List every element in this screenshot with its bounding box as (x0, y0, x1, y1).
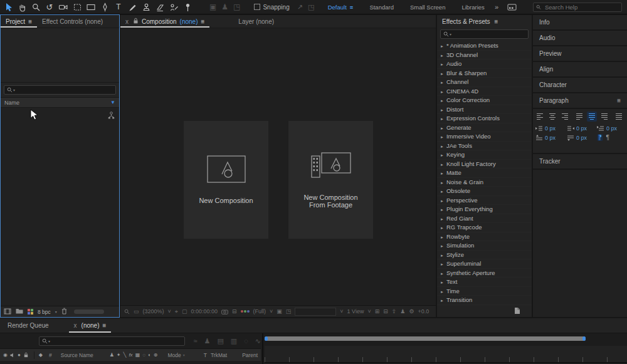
project-item-list[interactable] (1, 108, 119, 306)
effect-category-row[interactable]: Generate (437, 123, 532, 133)
space-before-value[interactable]: 0 px (545, 135, 556, 141)
disclosure-triangle-icon[interactable] (440, 205, 444, 212)
effect-category-row[interactable]: Distort (437, 105, 532, 115)
disclosure-triangle-icon[interactable] (440, 60, 444, 67)
disclosure-triangle-icon[interactable] (440, 224, 444, 231)
disclosure-triangle-icon[interactable] (440, 78, 444, 85)
effects-panel-menu-icon[interactable] (495, 18, 498, 25)
exposure-value[interactable]: +0.0 (418, 308, 429, 315)
new-composition-from-footage-button[interactable]: New Composition From Footage (288, 121, 373, 239)
delete-trash-icon[interactable] (61, 308, 67, 316)
disclosure-triangle-icon[interactable] (440, 70, 444, 76)
workspace-switcher-icon[interactable] (507, 4, 517, 11)
project-flowchart-icon[interactable] (108, 112, 115, 120)
disclosure-triangle-icon[interactable] (440, 233, 444, 240)
effect-category-row[interactable]: Color Correction (437, 96, 532, 105)
t-column[interactable]: T (204, 352, 207, 358)
effect-category-row[interactable]: Plugin Everything (437, 205, 532, 214)
lock-icon[interactable] (23, 352, 29, 358)
effect-category-row[interactable]: Knoll Light Factory (437, 160, 532, 169)
tab-project[interactable]: Project (1, 15, 37, 28)
timecode-display[interactable]: 0:00:00:00 (191, 308, 218, 315)
selection-tool-icon[interactable] (3, 1, 14, 13)
paragraph-panel-header[interactable]: Paragraph (533, 93, 627, 109)
show-snapshot-icon[interactable] (232, 308, 237, 315)
disclosure-triangle-icon[interactable] (440, 151, 444, 158)
pen-tool-icon[interactable] (99, 1, 110, 13)
project-search-box[interactable]: ▾ (4, 85, 116, 95)
tab-timeline-comp[interactable]: x (none) (69, 318, 112, 333)
tab-effect-controls[interactable]: Effect Controls (none) (37, 15, 108, 28)
disclosure-triangle-icon[interactable] (440, 197, 444, 204)
justify-last-center-button[interactable] (587, 112, 597, 122)
indent-right-field[interactable]: 0 px (567, 125, 597, 132)
disclosure-triangle-icon[interactable] (440, 242, 444, 249)
trkmat-column[interactable]: TrkMat (211, 352, 227, 358)
disclosure-triangle-icon[interactable] (440, 179, 444, 185)
export-frame-icon[interactable] (392, 308, 397, 315)
roto-brush-tool-icon[interactable] (168, 1, 179, 13)
disclosure-triangle-icon[interactable] (440, 296, 444, 303)
search-help-box[interactable] (533, 3, 622, 12)
disclosure-triangle-icon[interactable] (440, 260, 444, 267)
motion-blur-switch-icon[interactable] (142, 352, 145, 358)
rectangle-tool-icon[interactable] (85, 1, 97, 13)
effect-category-row[interactable]: Immersive Video (437, 132, 532, 142)
lock-icon[interactable] (133, 18, 139, 25)
snapping-toggle[interactable]: Snapping (254, 4, 289, 11)
workspace-overflow-icon[interactable] (495, 3, 498, 11)
tab-render-queue[interactable]: Render Queue (8, 322, 49, 329)
disclosure-triangle-icon[interactable] (440, 133, 444, 140)
bit-depth-label[interactable]: 8 bpc (38, 309, 51, 315)
source-name-column[interactable]: Source Name (61, 352, 93, 358)
mini-flowchart-icon[interactable] (400, 308, 405, 315)
sort-direction-icon[interactable] (110, 100, 115, 105)
hand-tool-icon[interactable] (16, 1, 28, 13)
effect-category-row[interactable]: JAe Tools (437, 142, 532, 151)
disclosure-triangle-icon[interactable] (440, 269, 444, 276)
3d-view-dropdown[interactable] (295, 308, 336, 316)
collapsed-panel-tab[interactable]: Audio (533, 31, 627, 46)
time-ruler[interactable] (265, 346, 627, 363)
effect-category-row[interactable]: Synthetic Aperture (437, 269, 532, 278)
audio-speaker-icon[interactable] (10, 353, 15, 358)
effect-category-row[interactable]: Perspective (437, 196, 532, 205)
camera-tool-icon[interactable] (58, 1, 69, 13)
workspace-tab-libraries[interactable]: Libraries (461, 4, 484, 11)
new-folder-icon[interactable] (16, 308, 23, 315)
collapsed-panel-tab[interactable]: Info (533, 15, 627, 31)
tracker-panel-tab[interactable]: Tracker (533, 154, 627, 170)
collapse-switch-icon[interactable] (117, 352, 121, 358)
view-layout-dropdown[interactable]: 1 View (347, 308, 364, 315)
justify-last-right-button[interactable] (599, 112, 609, 122)
workspace-tab-standard[interactable]: Standard (369, 4, 394, 11)
reset-exposure-icon[interactable] (409, 308, 414, 315)
pixel-aspect-icon[interactable] (286, 308, 292, 315)
effect-category-row[interactable]: RG Trapcode (437, 223, 532, 232)
transparency-grid-icon[interactable] (277, 308, 282, 315)
solo-icon[interactable] (18, 352, 21, 358)
new-preset-icon[interactable] (514, 307, 520, 315)
timeline-panel-menu-icon[interactable] (103, 322, 107, 329)
eraser-tool-icon[interactable] (154, 1, 166, 13)
parent-column[interactable]: Parent (242, 352, 258, 358)
resolution-dropdown[interactable]: (Full) (253, 308, 266, 315)
disclosure-triangle-icon[interactable] (440, 215, 444, 222)
effect-category-row[interactable]: Blur & Sharpen (437, 69, 532, 78)
search-help-input[interactable] (544, 3, 619, 11)
close-tab-icon[interactable]: x (74, 322, 77, 329)
effect-category-row[interactable]: Matte (437, 169, 532, 178)
rotation-tool-icon[interactable] (44, 1, 55, 13)
type-tool-icon[interactable]: T (113, 1, 124, 13)
disclosure-triangle-icon[interactable] (440, 278, 444, 285)
disclosure-triangle-icon[interactable] (440, 96, 444, 103)
rulers-icon[interactable] (375, 308, 380, 315)
align-center-button[interactable] (547, 112, 557, 122)
tab-layer[interactable]: Layer (none) (233, 15, 279, 28)
layer-number-column[interactable]: # (49, 352, 52, 358)
effect-category-row[interactable]: Channel (437, 78, 532, 87)
effects-search-input[interactable] (453, 30, 525, 38)
indent-left-value[interactable]: 0 px (545, 125, 556, 132)
direction-right-to-left-button[interactable] (604, 134, 610, 141)
tab-composition[interactable]: x Composition (none) (120, 15, 209, 28)
